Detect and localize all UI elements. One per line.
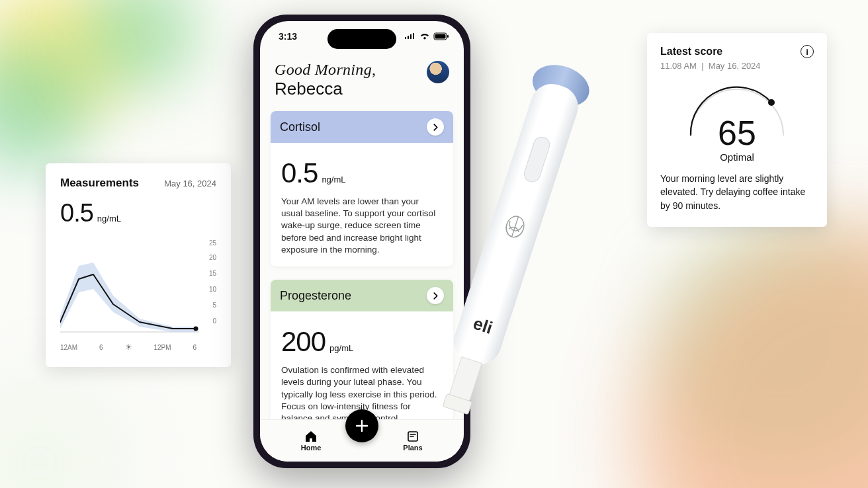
plus-icon [355, 419, 369, 432]
svg-rect-5 [447, 35, 449, 38]
signal-icon [404, 32, 416, 40]
score-desc: Your morning level are slightly elevated… [660, 172, 814, 212]
phone-frame: 3:13 Good Morning, Rebecca Cortisol [253, 15, 470, 468]
bg-blob [0, 370, 132, 488]
score-card: Latest score i 11.08 AM | May 16, 2024 6… [647, 33, 827, 227]
phone-screen: 3:13 Good Morning, Rebecca Cortisol [260, 21, 464, 462]
cortisol-desc: Your AM levels are lower than your usual… [281, 196, 443, 256]
svg-point-7 [527, 58, 595, 114]
cortisol-value: 0.5 [281, 157, 318, 189]
measurements-unit: ng/mL [97, 214, 121, 224]
measurements-value: 0.5 [60, 199, 93, 227]
greeting-text: Good Morning, [275, 61, 376, 79]
progesterone-value: 200 [281, 326, 326, 358]
bg-blob [636, 225, 868, 488]
score-gauge: 65 Optimal [660, 83, 814, 163]
info-icon[interactable]: i [801, 45, 814, 58]
score-title: Latest score [660, 46, 722, 58]
chart-xtick: 12PM [153, 344, 171, 351]
chart-ytick: 0 [212, 317, 216, 325]
svg-point-1 [194, 327, 198, 331]
svg-point-10 [503, 214, 527, 239]
score-date: May 16, 2024 [709, 61, 761, 71]
tile-title: Cortisol [280, 120, 320, 134]
measurements-date: May 16, 2024 [164, 179, 216, 188]
tab-label: Home [301, 444, 322, 452]
tab-label: Plans [403, 444, 422, 452]
progesterone-tile[interactable]: Progesterone 200 pg/mL Ovulation is conf… [271, 280, 453, 419]
svg-rect-9 [522, 135, 551, 184]
cortisol-unit: ng/mL [322, 175, 345, 184]
score-label: Optimal [720, 151, 754, 163]
score-sep: | [701, 61, 703, 71]
progesterone-unit: pg/mL [329, 343, 353, 353]
chart-ytick: 15 [209, 270, 216, 277]
chevron-right-icon[interactable] [427, 118, 444, 136]
score-value: 65 [718, 116, 756, 150]
tile-title: Progesterone [280, 289, 351, 303]
cortisol-tile[interactable]: Cortisol 0.5 ng/mL Your AM levels are lo… [271, 111, 453, 266]
chart-ytick: 5 [212, 302, 216, 309]
chart-ytick: 10 [209, 286, 216, 293]
avatar[interactable] [427, 61, 449, 83]
home-icon [304, 430, 318, 442]
chart-xtick: 6 [99, 344, 103, 351]
wifi-icon [419, 32, 430, 40]
tab-plans[interactable]: Plans [393, 430, 433, 452]
score-time: 11.08 AM [660, 61, 697, 71]
phone-notch [327, 29, 396, 49]
svg-rect-4 [435, 34, 446, 39]
add-button[interactable] [345, 409, 378, 442]
sun-icon: ☀ [125, 343, 132, 352]
user-name: Rebecca [275, 79, 376, 99]
measurements-chart: 25 20 15 10 5 0 12AM 6 ☀ 12PM 6 [60, 239, 216, 352]
chart-ytick: 25 [209, 239, 216, 247]
chart-xtick: 12AM [60, 344, 77, 351]
plans-icon [407, 430, 419, 442]
tab-home[interactable]: Home [291, 430, 331, 452]
tab-bar: Home Plans [260, 419, 464, 462]
status-time: 3:13 [279, 31, 297, 42]
chart-xtick: 6 [193, 344, 196, 351]
chart-ytick: 20 [209, 254, 216, 261]
svg-point-2 [768, 99, 775, 106]
device-brand: eli [471, 313, 496, 337]
measurements-card: Measurements May 16, 2024 0.5 ng/mL 25 2… [46, 163, 231, 367]
chevron-right-icon[interactable] [427, 287, 444, 304]
battery-icon [433, 32, 449, 40]
measurements-title: Measurements [60, 177, 139, 190]
